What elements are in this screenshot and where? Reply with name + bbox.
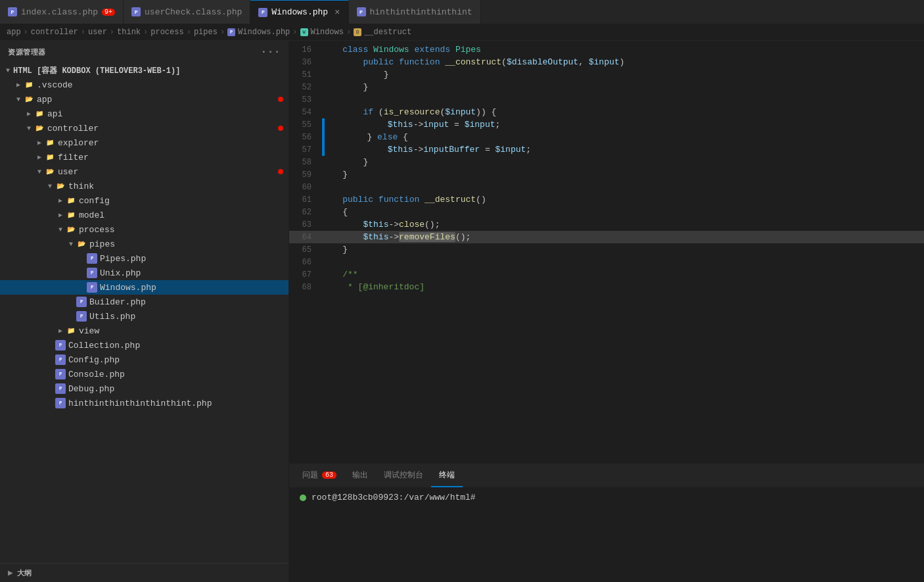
code-line-57: 57 $this->inputBuffer = $input; [289, 143, 924, 156]
terminal-label: 终端 [439, 470, 455, 481]
sidebar-item-collection-php[interactable]: P Collection.php [0, 338, 289, 352]
sidebar-item-config-php[interactable]: P Config.php [0, 352, 289, 367]
tab-index-badge: 9+ [102, 9, 115, 16]
sidebar-item-console-php[interactable]: P Console.php [0, 367, 289, 381]
sidebar-item-model[interactable]: ▶ 📁 model [0, 208, 289, 222]
sidebar: 资源管理器 ··· ▼ HTML [容器 KODBOX (THELOVER3-W… [0, 41, 289, 582]
line-num-60: 60 [289, 183, 322, 192]
line-content-36: public function __construct($disableOutp… [322, 57, 924, 67]
sidebar-item-debug-php[interactable]: P Debug.php [0, 381, 289, 396]
sidebar-item-windows-php[interactable]: P Windows.php [0, 280, 289, 295]
terminal-content[interactable]: root@128b3cb09923:/var/www/html# [289, 487, 924, 582]
sidebar-item-controller[interactable]: ▼ 📂 controller [0, 121, 289, 135]
breadcrumb: app › controller › user › think › proces… [0, 24, 924, 41]
sidebar-item-pipes[interactable]: ▼ 📂 pipes [0, 237, 289, 251]
pipes-arrow[interactable]: ▼ [66, 241, 76, 248]
code-line-36: 36 public function __construct($disableO… [289, 56, 924, 68]
close-icon[interactable]: × [335, 7, 340, 18]
code-line-64: 64 $this->removeFiles(); [289, 231, 924, 243]
process-arrow[interactable]: ▼ [55, 226, 66, 233]
bc-pipes[interactable]: pipes [194, 28, 218, 37]
line-num-59: 59 [289, 170, 322, 180]
code-line-52: 52 } [289, 81, 924, 93]
php-icon-3: P [258, 8, 267, 17]
bc-destruct[interactable]: __destruct [364, 28, 411, 37]
config-arrow[interactable]: ▶ [55, 197, 66, 205]
sidebar-item-hinthint-php[interactable]: P hinthinthinthinthinthint.php [0, 396, 289, 410]
code-line-58: 58 } [289, 156, 924, 168]
console-php-icon: P [55, 369, 66, 379]
bc-app[interactable]: app [7, 28, 21, 37]
sidebar-item-app[interactable]: ▼ 📂 app [0, 92, 289, 107]
more-options-icon[interactable]: ··· [261, 46, 281, 58]
sidebar-item-process[interactable]: ▼ 📂 process [0, 222, 289, 237]
line-content-65: } [322, 245, 924, 255]
sidebar-item-think[interactable]: ▼ 📂 think [0, 179, 289, 193]
vscode-arrow[interactable]: ▶ [13, 81, 24, 89]
sidebar-item-vscode[interactable]: ▶ 📁 .vscode [0, 78, 289, 92]
sidebar-item-pipes-php[interactable]: P Pipes.php [0, 251, 289, 266]
code-line-66: 66 [289, 256, 924, 268]
explorer-arrow[interactable]: ▶ [34, 139, 45, 147]
main-area: 资源管理器 ··· ▼ HTML [容器 KODBOX (THELOVER3-W… [0, 41, 924, 582]
code-line-62: 62 { [289, 206, 924, 218]
line-num-52: 52 [289, 83, 322, 92]
app-arrow[interactable]: ▼ [13, 96, 24, 103]
vscode-folder-icon: 📁 [24, 80, 34, 90]
tab-hinthint[interactable]: P hinthinthinthinthint [349, 0, 481, 24]
line-num-16: 16 [289, 45, 322, 55]
panel-tab-debug[interactable]: 调试控制台 [376, 464, 431, 487]
destruct-icon: D [354, 28, 361, 36]
sidebar-item-utils-php[interactable]: P Utils.php [0, 309, 289, 324]
tree-root[interactable]: ▼ HTML [容器 KODBOX (THELOVER3-WEB-1)] [0, 63, 289, 78]
panel-tab-terminal[interactable]: 终端 [431, 464, 463, 487]
think-arrow[interactable]: ▼ [45, 183, 55, 190]
panel-tab-problems[interactable]: 问题 63 [294, 464, 344, 487]
bc-think[interactable]: think [117, 28, 141, 37]
sidebar-item-config[interactable]: ▶ 📁 config [0, 193, 289, 208]
sidebar-item-builder-php[interactable]: P Builder.php [0, 295, 289, 309]
app-folder-icon: 📂 [24, 94, 34, 105]
line-content-63: $this->close(); [322, 220, 924, 230]
tab-index[interactable]: P index.class.php 9+ [0, 0, 124, 24]
bc-controller[interactable]: controller [31, 28, 78, 37]
bc-windows-class[interactable]: Windows [311, 28, 344, 37]
bc-user[interactable]: user [88, 28, 107, 37]
panel-tabs: 问题 63 输出 调试控制台 终端 [289, 464, 924, 487]
code-line-16: 16 class Windows extends Pipes [289, 43, 924, 56]
pipes-label: pipes [89, 239, 115, 249]
sidebar-item-api[interactable]: ▶ 📁 api [0, 107, 289, 121]
code-line-63: 63 $this->close(); [289, 218, 924, 231]
pipes-php-icon: P [87, 253, 97, 264]
sidebar-item-filter[interactable]: ▶ 📁 filter [0, 150, 289, 164]
line-num-56: 56 [289, 133, 322, 142]
api-arrow[interactable]: ▶ [24, 110, 34, 118]
panel-tab-output[interactable]: 输出 [344, 464, 376, 487]
model-arrow[interactable]: ▶ [55, 211, 66, 219]
code-line-56: 56 } else { [289, 131, 924, 143]
api-label: api [47, 109, 62, 119]
code-content[interactable]: 16 class Windows extends Pipes 36 public… [289, 41, 924, 464]
think-label: think [68, 182, 94, 191]
view-arrow[interactable]: ▶ [55, 327, 66, 335]
line-num-61: 61 [289, 195, 322, 205]
sidebar-item-unix-php[interactable]: P Unix.php [0, 266, 289, 280]
sidebar-item-user[interactable]: ▼ 📂 user [0, 164, 289, 179]
sidebar-item-view[interactable]: ▶ 📁 view [0, 324, 289, 338]
problems-label: 问题 [302, 470, 318, 481]
user-arrow[interactable]: ▼ [34, 168, 45, 176]
code-line-65: 65 } [289, 243, 924, 256]
outline-section[interactable]: ▶ 大纲 [0, 563, 289, 582]
line-num-53: 53 [289, 95, 322, 105]
code-line-54: 54 if (is_resource($input)) { [289, 106, 924, 118]
tab-usercheck[interactable]: P userCheck.class.php [124, 0, 250, 24]
line-num-54: 54 [289, 108, 322, 117]
collapse-arrow[interactable]: ▼ [3, 67, 13, 74]
line-num-67: 67 [289, 270, 322, 279]
tab-windows[interactable]: P Windows.php × [250, 0, 348, 24]
bc-windows-file[interactable]: Windows.php [238, 28, 290, 37]
sidebar-item-explorer[interactable]: ▶ 📁 explorer [0, 135, 289, 150]
controller-arrow[interactable]: ▼ [24, 125, 34, 132]
bc-process[interactable]: process [150, 28, 183, 37]
filter-arrow[interactable]: ▶ [34, 153, 45, 161]
